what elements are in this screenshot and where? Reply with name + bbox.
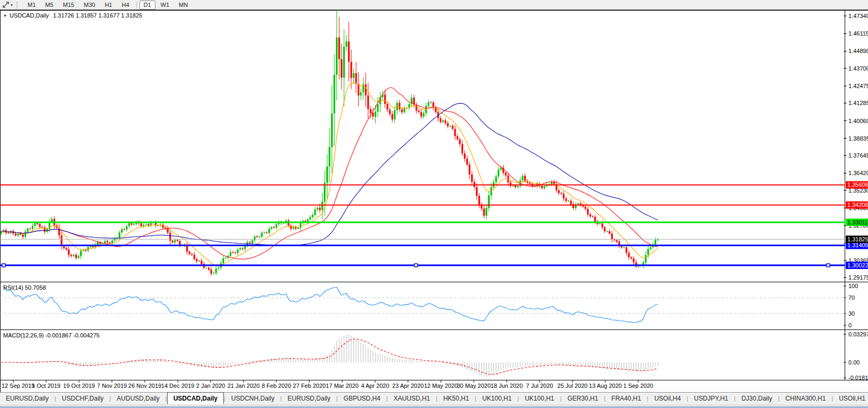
svg-text:1.33011: 1.33011 bbox=[847, 219, 868, 225]
hline-handle[interactable] bbox=[827, 264, 830, 267]
chart-tab-china300-h1[interactable]: CHINA300,H1 bbox=[779, 393, 831, 404]
chart-tab-usdchf-daily[interactable]: USDCHF,Daily bbox=[56, 393, 110, 404]
chart-tab-eurusd-daily[interactable]: EURUSD,Daily bbox=[282, 393, 336, 404]
svg-text:0.032972: 0.032972 bbox=[848, 331, 868, 337]
svg-text:7 Nov 2019: 7 Nov 2019 bbox=[97, 383, 127, 389]
timeframe-button-h1[interactable]: H1 bbox=[100, 1, 116, 10]
svg-text:23 Apr 2020: 23 Apr 2020 bbox=[392, 383, 423, 389]
svg-text:1.31405: 1.31405 bbox=[847, 242, 868, 248]
timeframe-button-mn[interactable]: MN bbox=[175, 1, 192, 10]
price-axis-badge: 1.34206 bbox=[846, 201, 868, 209]
svg-text:30: 30 bbox=[848, 310, 855, 317]
chart-title: ▼USDCAD,Daily1.31726 1.31857 1.31677 1.3… bbox=[3, 12, 142, 19]
chart-tab-uk100-h1[interactable]: UK100,H1 bbox=[476, 393, 517, 404]
chart-symbol-period: USDCAD,Daily bbox=[10, 12, 49, 19]
chart-tab-dj30-daily[interactable]: DJ30,Daily bbox=[735, 393, 778, 404]
svg-text:1 Sep 2020: 1 Sep 2020 bbox=[623, 383, 653, 389]
svg-text:1 Oct 2019: 1 Oct 2019 bbox=[32, 383, 60, 389]
chart-cursor-icon[interactable] bbox=[2, 1, 10, 8]
svg-text:70: 70 bbox=[848, 294, 855, 301]
price-axis-badge: 1.30022 bbox=[846, 262, 868, 269]
toolbar-grip bbox=[16, 2, 20, 8]
svg-text:1.46115: 1.46115 bbox=[848, 30, 868, 37]
timeframe-button-d1[interactable]: D1 bbox=[140, 1, 155, 10]
svg-text:14 Dec 2019: 14 Dec 2019 bbox=[161, 383, 194, 389]
macd-histogram bbox=[16, 334, 658, 377]
svg-text:26 Nov 2019: 26 Nov 2019 bbox=[128, 383, 161, 389]
rsi-indicator-title: RSI(14) 50.7058 bbox=[3, 284, 46, 291]
svg-text:1.31825: 1.31825 bbox=[847, 236, 868, 242]
chart-dropdown-icon[interactable]: ▼ bbox=[3, 14, 7, 18]
svg-text:7 Jul 2020: 7 Jul 2020 bbox=[526, 383, 553, 389]
chart-tab-uk100-h1[interactable]: UK100,H1 bbox=[519, 393, 560, 404]
toolbar-dropdown-caret-icon[interactable]: ▾ bbox=[11, 3, 13, 7]
chart-tab-eurusd-daily[interactable]: EURUSD,Daily bbox=[0, 393, 55, 404]
chart-ohlc-quote: 1.31726 1.31857 1.31677 1.31825 bbox=[53, 12, 142, 19]
timeframe-button-w1[interactable]: W1 bbox=[157, 1, 174, 10]
chart-tab-usdcad-daily[interactable]: USDCAD,Daily bbox=[167, 392, 224, 404]
timeframe-button-m15[interactable]: M15 bbox=[59, 1, 79, 10]
svg-text:2 Jan 2020: 2 Jan 2020 bbox=[196, 383, 225, 389]
chart-tab-audusd-daily[interactable]: AUDUSD,Daily bbox=[111, 393, 166, 404]
timeframe-button-m5[interactable]: M5 bbox=[41, 1, 57, 10]
svg-text:18 Jun 2020: 18 Jun 2020 bbox=[491, 383, 523, 389]
svg-text:25 Jul 2020: 25 Jul 2020 bbox=[558, 383, 588, 389]
price-axis-badge: 1.31825 bbox=[846, 236, 868, 243]
chart-tab-hk50-h1[interactable]: HK50,H1 bbox=[437, 393, 475, 404]
svg-text:12 Sep 2019: 12 Sep 2019 bbox=[2, 383, 34, 389]
chart-tab-fra40-h1[interactable]: FRA40,H1 bbox=[605, 393, 647, 404]
top-toolbar: ▾ M1M5M15M30H1H4D1W1MN bbox=[0, 0, 868, 10]
svg-text:1.34206: 1.34206 bbox=[847, 202, 868, 208]
chart-tab-xauusd-h1[interactable]: XAUUSD,H1 bbox=[388, 393, 436, 404]
hline-handle[interactable] bbox=[2, 264, 5, 267]
price-axis-badge: 1.33011 bbox=[846, 219, 868, 226]
svg-text:1.35606: 1.35606 bbox=[847, 181, 868, 188]
timeframe-button-m1[interactable]: M1 bbox=[23, 1, 40, 10]
svg-text:1.43700: 1.43700 bbox=[848, 65, 868, 72]
svg-text:1.44890: 1.44890 bbox=[848, 48, 868, 54]
price-axis-badge: 1.35606 bbox=[846, 181, 868, 188]
svg-text:12 May 2020: 12 May 2020 bbox=[424, 383, 458, 389]
window-bottom-strip bbox=[0, 404, 868, 408]
svg-text:0: 0 bbox=[848, 322, 852, 328]
svg-text:0.00: 0.00 bbox=[848, 359, 860, 366]
rsi-line bbox=[4, 286, 658, 323]
svg-text:-0.018154: -0.018154 bbox=[848, 375, 868, 381]
rsi-scale[interactable]: 10070300 bbox=[844, 283, 858, 328]
candlesticks bbox=[1, 8, 659, 276]
chart-canvas[interactable]: 1.473401.461151.448901.437001.424751.412… bbox=[0, 0, 868, 393]
svg-text:1.41285: 1.41285 bbox=[848, 100, 868, 106]
timeframe-button-m30[interactable]: M30 bbox=[80, 1, 99, 10]
chart-tab-ger30-h1[interactable]: GER30,H1 bbox=[561, 393, 604, 404]
macd-scale[interactable]: 0.0329720.00-0.018154 bbox=[844, 331, 868, 381]
svg-text:4 Apr 2020: 4 Apr 2020 bbox=[361, 383, 389, 389]
svg-text:1.47340: 1.47340 bbox=[848, 13, 868, 19]
hline-handle[interactable] bbox=[414, 264, 418, 267]
svg-text:8 Feb 2020: 8 Feb 2020 bbox=[262, 383, 291, 389]
svg-text:13 Aug 2020: 13 Aug 2020 bbox=[589, 383, 622, 389]
chart-tab-usdjpy-h1[interactable]: USDJPY,H1 bbox=[688, 393, 734, 404]
timeframe-button-h4[interactable]: H4 bbox=[117, 1, 133, 10]
svg-text:1.37645: 1.37645 bbox=[848, 152, 868, 159]
svg-text:17 Mar 2020: 17 Mar 2020 bbox=[326, 383, 359, 389]
svg-text:19 Oct 2019: 19 Oct 2019 bbox=[63, 383, 95, 389]
toolbar-separator bbox=[136, 2, 137, 8]
chart-tab-gbpusd-h4[interactable]: GBPUSD,H4 bbox=[338, 393, 386, 404]
svg-text:1.42475: 1.42475 bbox=[848, 83, 868, 89]
chart-tab-bar: EURUSD,Daily|USDCHF,Daily|AUDUSD,Daily|U… bbox=[0, 392, 868, 404]
svg-text:30 May 2020: 30 May 2020 bbox=[457, 383, 491, 389]
chart-tab-usdcnh-daily[interactable]: USDCNH,Daily bbox=[225, 393, 280, 404]
svg-text:100: 100 bbox=[848, 283, 858, 289]
macd-indicator-title: MACD(12,26,9) -0.001867 -0.004275 bbox=[3, 332, 100, 338]
svg-text:1.40060: 1.40060 bbox=[848, 118, 868, 124]
svg-text:1.36420: 1.36420 bbox=[848, 170, 868, 176]
svg-text:1.30022: 1.30022 bbox=[847, 262, 868, 268]
chart-tab-usoil-h1[interactable]: USOil,H1 bbox=[833, 393, 868, 404]
date-axis[interactable]: 12 Sep 20191 Oct 201919 Oct 20197 Nov 20… bbox=[2, 380, 653, 389]
svg-text:1.29175: 1.29175 bbox=[848, 274, 868, 281]
svg-text:27 Feb 2020: 27 Feb 2020 bbox=[293, 383, 326, 389]
svg-text:21 Jan 2020: 21 Jan 2020 bbox=[228, 383, 260, 389]
panel-borders bbox=[0, 10, 868, 393]
chart-tab-usoil-h4[interactable]: USOil,H4 bbox=[648, 393, 687, 404]
svg-text:1.38835: 1.38835 bbox=[848, 135, 868, 142]
